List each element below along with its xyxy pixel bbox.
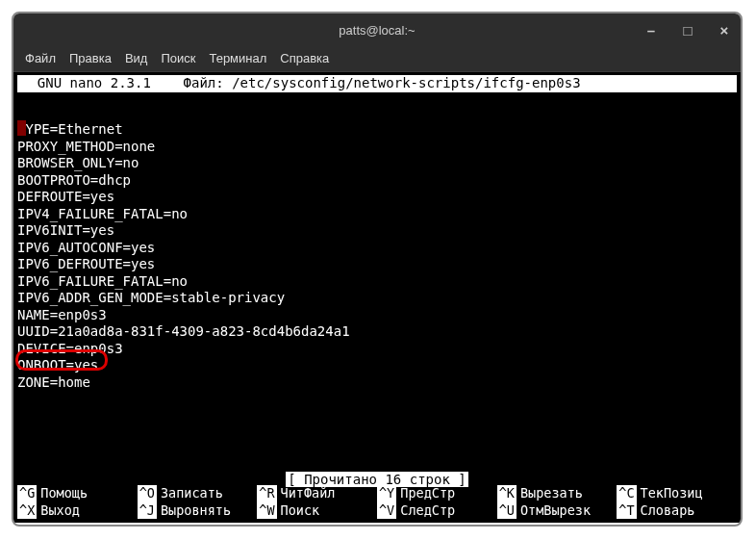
minimize-button[interactable]: – (643, 22, 660, 39)
shortcut-readfile: ^RЧитФайл (257, 485, 377, 502)
menu-search[interactable]: Поиск (161, 51, 195, 65)
menu-edit[interactable]: Правка (69, 51, 112, 65)
nano-header: GNU nano 2.3.1 Файл: /etc/sysconfig/netw… (17, 75, 737, 92)
line-12: NAME=enp0s3 (17, 307, 107, 322)
line-8: IPV6_AUTOCONF=yes (17, 240, 155, 255)
menu-file[interactable]: Файл (25, 51, 56, 65)
shortcut-cut: ^KВырезать (497, 485, 617, 502)
close-button[interactable]: × (716, 22, 733, 39)
shortcut-spell: ^TСловарь (617, 502, 737, 520)
line-7: IPV6INIT=yes (17, 222, 114, 238)
line-9: IPV6_DEFROUTE=yes (17, 256, 155, 271)
terminal-window: patts@local:~ – □ × Файл Правка Вид Поис… (12, 12, 743, 527)
line-16: ZONE=home (17, 374, 90, 390)
terminal-area[interactable]: GNU nano 2.3.1 Файл: /etc/sysconfig/netw… (13, 72, 741, 523)
shortcut-exit: ^XВыход (17, 502, 138, 520)
shortcut-prevpage: ^YПредСтр (377, 485, 497, 502)
menu-terminal[interactable]: Терминал (209, 51, 266, 65)
cursor (17, 120, 26, 136)
shortcut-curpos: ^CТекПозиц (617, 485, 737, 502)
shortcut-uncut: ^UОтмВырезк (497, 502, 617, 520)
line-2: PROXY_METHOD=none (17, 139, 155, 154)
maximize-button[interactable]: □ (679, 22, 696, 39)
menubar: Файл Правка Вид Поиск Терминал Справка (13, 46, 741, 72)
shortcut-help: ^GПомощь (17, 485, 138, 502)
line-10: IPV6_FAILURE_FATAL=no (17, 273, 188, 289)
line-6: IPV4_FAILURE_FATAL=no (17, 206, 188, 221)
line-3: BROWSER_ONLY=no (17, 155, 139, 170)
line-1-tail: YPE=Ethernet (26, 121, 123, 137)
shortcut-search: ^WПоиск (257, 502, 377, 520)
menu-help[interactable]: Справка (280, 51, 329, 65)
shortcut-justify: ^JВыровнять (138, 502, 258, 520)
line-5: DEFROUTE=yes (17, 189, 114, 204)
nano-shortcuts: ^GПомощь ^OЗаписать ^RЧитФайл ^YПредСтр … (17, 485, 737, 519)
line-11: IPV6_ADDR_GEN_MODE=stable-privacy (17, 290, 285, 305)
window-controls: – □ × (643, 13, 733, 46)
menu-view[interactable]: Вид (125, 51, 148, 65)
titlebar: patts@local:~ – □ × (13, 13, 741, 46)
shortcut-writeout: ^OЗаписать (138, 485, 258, 502)
shortcut-nextpage: ^VСледСтр (377, 502, 497, 520)
line-4: BOOTPROTO=dhcp (17, 172, 131, 188)
line-13: UUID=21a0ad8a-831f-4309-a823-8cd4b6da24a… (17, 323, 350, 339)
line-14: DEVICE=enp0s3 (17, 341, 123, 356)
file-content: YPE=Ethernet PROXY_METHOD=none BROWSER_O… (17, 102, 737, 425)
line-15: ONBOOT=yes (17, 357, 98, 373)
window-title: patts@local:~ (339, 23, 415, 38)
